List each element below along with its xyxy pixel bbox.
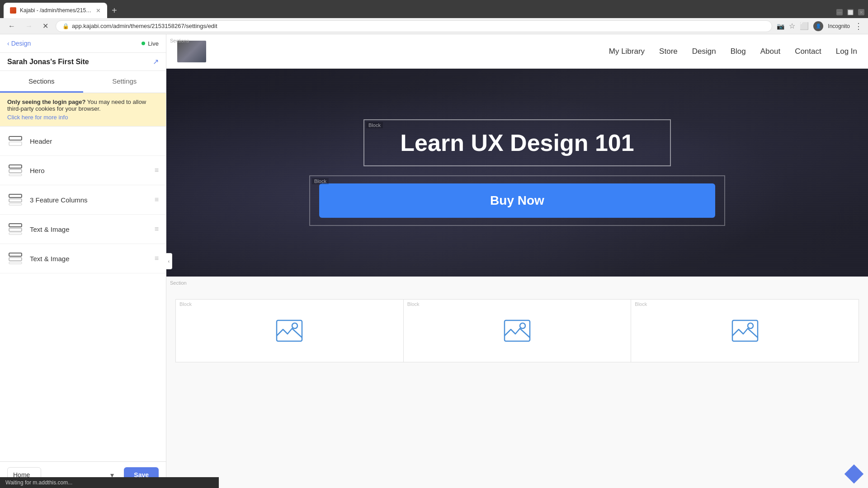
site-logo bbox=[177, 41, 206, 62]
sidebar-collapse-button[interactable]: ‹ bbox=[166, 253, 172, 269]
status-bar: Waiting for m.addthis.com... bbox=[0, 477, 219, 488]
section-label-text-image-2: Text & Image bbox=[30, 255, 148, 263]
bookmark-icon[interactable]: ☆ bbox=[789, 22, 795, 30]
site-name: Sarah Jonas's First Site bbox=[7, 58, 89, 66]
drag-handle-icon[interactable]: ≡ bbox=[155, 166, 159, 174]
list-item[interactable]: Text & Image ≡ bbox=[0, 215, 166, 244]
sidebar-tabs: Sections Settings bbox=[0, 71, 166, 93]
incognito-avatar: 👤 bbox=[813, 21, 823, 31]
address-input-wrapper[interactable]: 🔒 app.kajabi.com/admin/themes/2153158267… bbox=[56, 20, 772, 32]
extension-icon[interactable]: ⬜ bbox=[800, 22, 809, 30]
svg-rect-6 bbox=[9, 199, 22, 202]
hero-background bbox=[166, 69, 868, 277]
svg-rect-13 bbox=[9, 262, 22, 264]
image-placeholder-icon-1 bbox=[276, 319, 303, 342]
url-display[interactable]: app.kajabi.com/admin/themes/2153158267/s… bbox=[72, 23, 217, 29]
buy-now-button[interactable]: Buy Now bbox=[319, 183, 715, 218]
window-minimize-button[interactable]: — bbox=[836, 9, 843, 15]
browser-chrome: Kajabi - /admin/themes/2153158... ✕ + — … bbox=[0, 0, 868, 18]
drag-handle-icon[interactable]: ≡ bbox=[155, 196, 159, 204]
section-tag: Section bbox=[170, 280, 187, 286]
list-item[interactable]: Header bbox=[0, 127, 166, 156]
sections-overlay-label: Sections bbox=[170, 38, 189, 43]
reload-nav-button[interactable]: ✕ bbox=[40, 21, 51, 31]
svg-rect-8 bbox=[9, 224, 22, 227]
svg-rect-2 bbox=[9, 165, 22, 168]
external-link-icon[interactable]: ↗ bbox=[153, 57, 159, 66]
hero-title: Learn UX Design 101 bbox=[392, 129, 643, 156]
window-maximize-button[interactable]: ⬜ bbox=[847, 9, 854, 15]
address-bar: ← → ✕ 🔒 app.kajabi.com/admin/themes/2153… bbox=[0, 18, 868, 34]
tab-settings[interactable]: Settings bbox=[83, 71, 166, 93]
nav-link-mylibrary[interactable]: My Library bbox=[609, 47, 645, 56]
window-close-button[interactable]: ✕ bbox=[858, 9, 864, 15]
nav-link-about[interactable]: About bbox=[760, 47, 780, 56]
block-tag-2: Block bbox=[407, 301, 420, 307]
hero-block-label-1: Block bbox=[366, 122, 383, 128]
svg-rect-18 bbox=[732, 320, 758, 341]
preview-area: Sections My Library Store Design Blog Ab… bbox=[166, 34, 868, 488]
site-name-row: Sarah Jonas's First Site ↗ bbox=[0, 53, 166, 71]
svg-rect-0 bbox=[9, 136, 22, 140]
tab-favicon bbox=[10, 7, 16, 14]
svg-point-17 bbox=[520, 323, 525, 328]
incognito-label: Incognito bbox=[828, 23, 850, 29]
site-nav: My Library Store Design Blog About Conta… bbox=[609, 47, 857, 56]
svg-rect-12 bbox=[9, 258, 22, 261]
list-item[interactable]: Hero ≡ bbox=[0, 156, 166, 185]
block-tag-3: Block bbox=[635, 301, 647, 307]
window-controls: — ⬜ ✕ bbox=[836, 9, 864, 18]
svg-rect-5 bbox=[9, 194, 22, 197]
list-item[interactable]: 3 Feature Columns ≡ bbox=[0, 185, 166, 215]
tab-close-icon[interactable]: ✕ bbox=[96, 7, 101, 14]
browser-tab[interactable]: Kajabi - /admin/themes/2153158... ✕ bbox=[4, 3, 107, 18]
drag-handle-icon[interactable]: ≡ bbox=[155, 254, 159, 263]
status-text: Waiting for m.addthis.com... bbox=[5, 479, 72, 486]
warning-bold-text: Only seeing the login page? bbox=[7, 99, 85, 105]
nav-link-contact[interactable]: Contact bbox=[795, 47, 821, 56]
hero-block-label-2: Block bbox=[312, 178, 329, 184]
block-tag-1: Block bbox=[179, 301, 192, 307]
menu-icon[interactable]: ⋮ bbox=[854, 21, 863, 31]
sections-list: Header Hero ≡ 3 Feature Column bbox=[0, 127, 166, 461]
tab-sections[interactable]: Sections bbox=[0, 71, 83, 93]
back-label: Design bbox=[11, 40, 31, 47]
section-label-hero: Hero bbox=[30, 167, 148, 174]
hero-section-icon bbox=[7, 162, 24, 178]
svg-rect-14 bbox=[277, 320, 302, 341]
back-to-design-button[interactable]: ‹ Design bbox=[7, 40, 31, 47]
hero-button-block[interactable]: Block Buy Now bbox=[309, 175, 725, 226]
feature-section-preview: Section Block Block bbox=[166, 277, 868, 488]
section-label-text-image-1: Text & Image bbox=[30, 225, 148, 233]
section-label-header: Header bbox=[30, 137, 159, 145]
back-chevron-icon: ‹ bbox=[7, 40, 9, 47]
hero-title-block[interactable]: Block Learn UX Design 101 bbox=[363, 119, 671, 166]
drag-handle-icon[interactable]: ≡ bbox=[155, 225, 159, 233]
nav-link-store[interactable]: Store bbox=[659, 47, 678, 56]
svg-rect-3 bbox=[9, 169, 22, 173]
back-nav-button[interactable]: ← bbox=[5, 21, 18, 31]
list-item[interactable]: Text & Image ≡ bbox=[0, 244, 166, 273]
nav-link-login[interactable]: Log In bbox=[836, 47, 857, 56]
warning-banner: Only seeing the login page? You may need… bbox=[0, 93, 166, 127]
svg-point-15 bbox=[292, 323, 297, 328]
camera-icon: 📷 bbox=[777, 23, 784, 30]
live-label: Live bbox=[148, 40, 159, 47]
sidebar: ‹ Design Live Sarah Jonas's First Site ↗… bbox=[0, 34, 166, 488]
svg-rect-7 bbox=[9, 203, 22, 205]
site-preview-header: Sections My Library Store Design Blog Ab… bbox=[166, 34, 868, 69]
text-image-1-section-icon bbox=[7, 221, 24, 237]
block-placeholder-3: Block bbox=[631, 299, 859, 362]
block-placeholder-2: Block bbox=[404, 299, 632, 362]
new-tab-button[interactable]: + bbox=[109, 3, 120, 18]
svg-rect-11 bbox=[9, 253, 22, 256]
nav-link-design[interactable]: Design bbox=[692, 47, 716, 56]
header-section-icon bbox=[7, 133, 24, 149]
forward-nav-button[interactable]: → bbox=[23, 21, 35, 31]
nav-link-blog[interactable]: Blog bbox=[731, 47, 746, 56]
svg-rect-1 bbox=[9, 142, 22, 145]
svg-rect-9 bbox=[9, 228, 22, 231]
warning-link[interactable]: Click here for more info bbox=[7, 114, 159, 121]
text-image-2-section-icon bbox=[7, 250, 24, 267]
hero-section: Block Learn UX Design 101 Block Buy Now bbox=[166, 69, 868, 277]
